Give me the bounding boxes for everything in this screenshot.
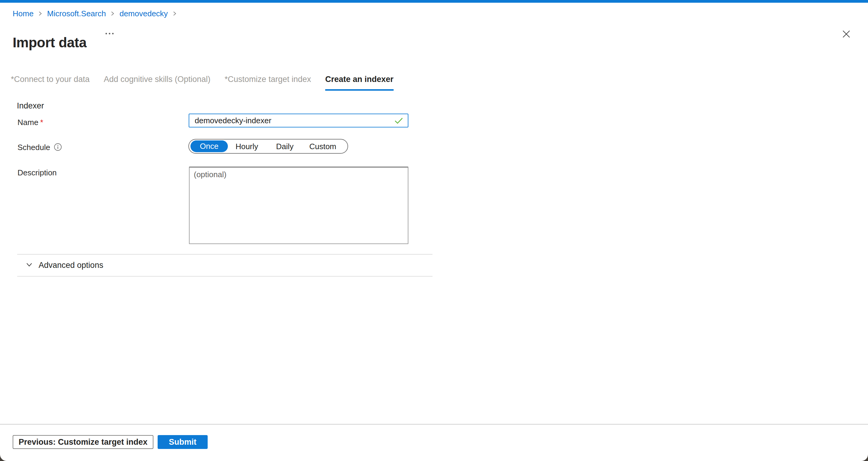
close-icon[interactable] [841,29,851,39]
divider [17,254,433,255]
schedule-option-daily[interactable]: Daily [266,142,304,151]
chevron-right-icon [173,10,177,17]
schedule-option-hourly[interactable]: Hourly [228,142,266,151]
indexer-section-title: Indexer [17,101,44,111]
indexer-name-input[interactable] [189,114,408,127]
tab-add-cognitive-skills[interactable]: Add cognitive skills (Optional) [104,74,210,91]
tab-create-an-indexer[interactable]: Create an indexer [325,74,394,91]
breadcrumb-microsoft-search[interactable]: Microsoft.Search [47,8,106,19]
tab-customize-target-index[interactable]: *Customize target index [224,74,311,91]
submit-button[interactable]: Submit [158,435,208,449]
required-asterisk: * [40,118,43,127]
previous-step-button[interactable]: Previous: Customize target index [13,435,153,449]
advanced-options-label: Advanced options [38,260,103,271]
schedule-label: Schedule [18,142,50,152]
page-title: Import data [13,34,87,51]
valid-check-icon [394,117,403,126]
schedule-option-once[interactable]: Once [190,141,228,152]
import-data-blade: Home Microsoft.Search demovedecky Import… [0,0,868,461]
chevron-down-icon [25,260,33,270]
description-textarea[interactable] [189,166,408,244]
description-label: Description [18,167,57,178]
divider [17,276,433,277]
breadcrumb-home[interactable]: Home [13,8,33,19]
more-options-icon[interactable] [105,32,114,35]
schedule-option-custom[interactable]: Custom [304,142,342,151]
chevron-right-icon [111,10,115,17]
tab-connect-to-your-data[interactable]: *Connect to your data [11,74,90,91]
footer-divider [0,424,868,425]
chevron-right-icon [38,10,42,17]
top-accent-bar [0,0,868,3]
schedule-segmented-control: Once Hourly Daily Custom [188,139,348,154]
wizard-tabs: *Connect to your data Add cognitive skil… [11,74,408,91]
advanced-options-toggle[interactable]: Advanced options [25,259,103,271]
info-icon[interactable] [54,143,62,152]
breadcrumb: Home Microsoft.Search demovedecky [13,8,177,19]
breadcrumb-demovedecky[interactable]: demovedecky [119,8,167,19]
name-label: Name* [18,117,43,127]
